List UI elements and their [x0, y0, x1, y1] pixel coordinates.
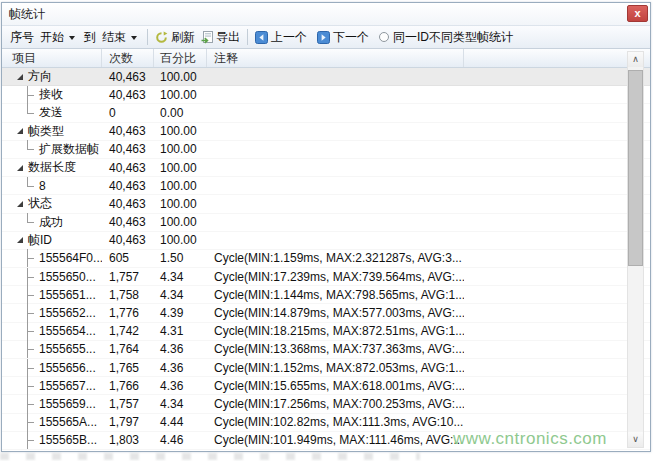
row-label: 方向: [28, 68, 52, 85]
close-icon: x: [634, 8, 640, 19]
table-row[interactable]: 155564F0...6051.50Cycle(MIN:1.159ms, MAX…: [2, 250, 650, 268]
frame-statistics-window: 帧统计 x 序号 开始 到 结束: [1, 2, 651, 452]
scrollbar-track[interactable]: [628, 67, 643, 432]
row-item-cell: 方向: [2, 68, 102, 85]
table-row[interactable]: 发送00.00: [2, 104, 650, 122]
table-row[interactable]: 155565A...1,7974.44Cycle(MIN:102.82ms, M…: [2, 414, 650, 432]
tree-expand-icon[interactable]: [17, 237, 23, 243]
row-count: 40,463: [102, 233, 154, 247]
row-count: 1,797: [102, 415, 154, 429]
column-header-percent[interactable]: 百分比: [154, 49, 207, 67]
row-comment: Cycle(MIN:101.949ms, MAX:111.46ms, AVG:.…: [207, 433, 464, 447]
row-item-cell: 1555659...: [2, 395, 102, 413]
table-row[interactable]: 155565B...1,8034.46Cycle(MIN:101.949ms, …: [2, 432, 650, 450]
tree-connector-icon: [23, 340, 34, 358]
row-count: 1,766: [102, 379, 154, 393]
table-row[interactable]: 数据长度40,463100.00: [2, 159, 650, 177]
row-comment: Cycle(MIN:13.368ms, MAX:737.363ms, AVG:.…: [207, 342, 464, 356]
row-label: 状态: [28, 195, 52, 212]
next-button[interactable]: 下一个: [314, 27, 372, 48]
row-label: 155565A...: [39, 415, 97, 429]
row-count: 1,742: [102, 324, 154, 338]
table-row[interactable]: 方向40,463100.00: [2, 68, 650, 86]
tree-connector-icon: [23, 249, 34, 267]
table-row[interactable]: 1555651...1,7584.34Cycle(MIN:1.144ms, MA…: [2, 286, 650, 304]
toolbar: 序号 开始 到 结束 刷新: [2, 25, 650, 49]
row-percent: 0.00: [154, 106, 207, 120]
column-header-item[interactable]: 项目: [2, 49, 102, 67]
tree-expand-icon[interactable]: [17, 128, 23, 134]
column-header-comment[interactable]: 注释: [207, 49, 464, 67]
start-dropdown[interactable]: 开始: [37, 27, 81, 48]
row-label: 发送: [39, 104, 63, 121]
scroll-down-button[interactable]: ∨: [628, 432, 643, 447]
serial-number-label: 序号: [7, 27, 37, 48]
column-header-count[interactable]: 次数: [102, 49, 154, 67]
table-row[interactable]: 成功40,463100.00: [2, 214, 650, 232]
tree-expand-icon[interactable]: [17, 165, 23, 171]
close-button[interactable]: x: [627, 5, 648, 22]
row-item-cell: 8: [2, 177, 102, 195]
vertical-scrollbar[interactable]: ∧ ∨: [627, 51, 644, 448]
export-button[interactable]: 导出: [198, 27, 243, 48]
row-count: 1,764: [102, 342, 154, 356]
row-percent: 100.00: [154, 197, 207, 211]
toolbar-separator: [247, 29, 248, 45]
row-label: 扩展数据帧: [39, 141, 99, 158]
previous-button[interactable]: 上一个: [252, 27, 310, 48]
row-count: 1,776: [102, 306, 154, 320]
row-item-cell: 帧类型: [2, 123, 102, 140]
table-row[interactable]: 接收40,463100.00: [2, 86, 650, 104]
table-row[interactable]: 1555654...1,7424.31Cycle(MIN:18.215ms, M…: [2, 323, 650, 341]
scroll-up-button[interactable]: ∧: [628, 52, 643, 67]
table-row[interactable]: 1555657...1,7664.36Cycle(MIN:15.655ms, M…: [2, 377, 650, 395]
refresh-button[interactable]: 刷新: [152, 27, 198, 48]
row-count: 0: [102, 106, 154, 120]
row-comment: Cycle(MIN:102.82ms, MAX:111.3ms, AVG:10.…: [207, 415, 464, 429]
row-item-cell: 1555654...: [2, 322, 102, 340]
table-row[interactable]: 帧ID40,463100.00: [2, 232, 650, 250]
tree-connector-icon: [23, 86, 34, 104]
scrollbar-thumb[interactable]: [628, 70, 643, 266]
row-count: 40,463: [102, 70, 154, 84]
row-count: 1,758: [102, 288, 154, 302]
table-row[interactable]: 1555659...1,7574.34Cycle(MIN:17.256ms, M…: [2, 395, 650, 413]
row-count: 1,765: [102, 361, 154, 375]
row-percent: 100.00: [154, 70, 207, 84]
row-count: 605: [102, 251, 154, 265]
row-item-cell: 1555655...: [2, 340, 102, 358]
table-row[interactable]: 帧类型40,463100.00: [2, 123, 650, 141]
table-row[interactable]: 1555655...1,7644.36Cycle(MIN:13.368ms, M…: [2, 341, 650, 359]
row-percent: 4.39: [154, 306, 207, 320]
row-label: 1555659...: [39, 397, 96, 411]
table-row[interactable]: 状态40,463100.00: [2, 195, 650, 213]
row-label: 成功: [39, 214, 63, 231]
row-item-cell: 扩展数据帧: [2, 140, 102, 158]
tree-connector-icon: [23, 213, 34, 231]
table-row[interactable]: 840,463100.00: [2, 177, 650, 195]
row-comment: Cycle(MIN:15.655ms, MAX:618.001ms, AVG:.…: [207, 379, 464, 393]
row-item-cell: 接收: [2, 86, 102, 104]
same-id-radio-option[interactable]: 同一ID不同类型帧统计: [376, 27, 516, 48]
table-row[interactable]: 扩展数据帧40,463100.00: [2, 141, 650, 159]
row-percent: 4.34: [154, 397, 207, 411]
statistics-table: 项目 次数 百分比 注释 方向40,463100.00接收40,463100.0…: [2, 49, 650, 451]
table-row[interactable]: 1555652...1,7764.39Cycle(MIN:14.879ms, M…: [2, 304, 650, 322]
tree-expand-icon[interactable]: [17, 74, 23, 80]
tree-expand-icon[interactable]: [17, 201, 23, 207]
end-dropdown[interactable]: 结束: [99, 27, 143, 48]
row-item-cell: 155564F0...: [2, 249, 102, 267]
screen: 帧统计 x 序号 开始 到 结束: [0, 0, 654, 461]
arrow-left-icon: [255, 31, 268, 44]
arrow-right-icon: [317, 31, 330, 44]
table-row[interactable]: 1555656...1,7654.36Cycle(MIN:1.152ms, MA…: [2, 359, 650, 377]
table-row[interactable]: 1555650...1,7574.34Cycle(MIN:17.239ms, M…: [2, 268, 650, 286]
tree-connector-icon: [23, 395, 34, 413]
tree-connector-icon: [23, 322, 34, 340]
row-item-cell: 成功: [2, 213, 102, 231]
chevron-down-icon: [69, 36, 75, 40]
row-count: 1,803: [102, 433, 154, 447]
row-item-cell: 1555651...: [2, 286, 102, 304]
column-header-filler: [464, 49, 650, 67]
row-label: 1555652...: [39, 306, 96, 320]
